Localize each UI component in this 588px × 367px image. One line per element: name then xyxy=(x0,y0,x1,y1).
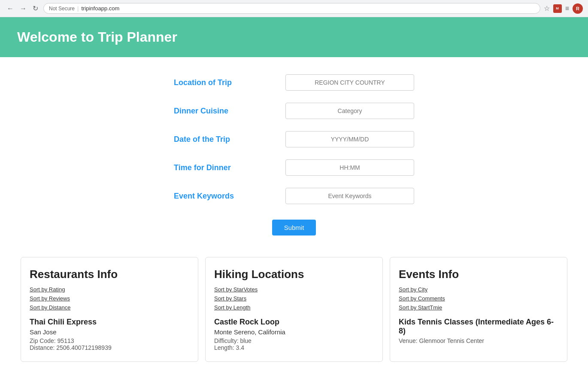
sort-by-rating-link[interactable]: Sort by Rating xyxy=(30,286,189,293)
location-label: Location of Trip xyxy=(174,78,260,87)
time-row: Time for Dinner xyxy=(174,159,414,176)
sort-by-stars-link[interactable]: Sort by Stars xyxy=(214,295,374,302)
date-label: Date of the Trip xyxy=(174,135,260,144)
form-section: Location of Trip Dinner Cuisine Date of … xyxy=(0,57,588,248)
cards-section: Restaurants Info Sort by Rating Sort by … xyxy=(0,248,588,367)
keywords-input[interactable] xyxy=(285,188,414,204)
browser-actions: ☆ M ≡ R xyxy=(544,3,583,14)
time-label: Time for Dinner xyxy=(174,163,260,172)
date-row: Date of the Trip xyxy=(174,131,414,147)
events-title: Events Info xyxy=(399,268,558,281)
events-card: Events Info Sort by City Sort by Comment… xyxy=(390,257,567,362)
sort-by-reviews-link[interactable]: Sort by Reviews xyxy=(30,295,189,302)
event-venue-value: Glenmoor Tennis Center xyxy=(419,337,484,344)
location-input[interactable] xyxy=(285,74,414,91)
hike-difficulty: Difficulty: blue xyxy=(214,337,374,344)
time-input[interactable] xyxy=(285,159,414,176)
sort-by-city-link[interactable]: Sort by City xyxy=(399,286,558,293)
keywords-row: Event Keywords xyxy=(174,188,414,204)
hike-city: Monte Sereno, California xyxy=(214,328,374,336)
submit-button[interactable]: Submit xyxy=(272,220,316,235)
sort-by-starvotes-link[interactable]: Sort by StarVotes xyxy=(214,286,374,293)
page-title: Welcome to Trip Planner xyxy=(17,29,571,45)
sort-by-comments-link[interactable]: Sort by Comments xyxy=(399,295,558,302)
forward-button[interactable]: → xyxy=(18,3,28,13)
bookmark-icon[interactable]: ☆ xyxy=(544,4,550,12)
event-name: Kids Tennis Classes (Intermediate Ages 6… xyxy=(399,318,558,336)
sort-by-starttmie-link[interactable]: Sort by StartTmie xyxy=(399,304,558,311)
sort-by-distance-link[interactable]: Sort by Distance xyxy=(30,304,189,311)
avatar: R xyxy=(573,3,583,14)
back-button[interactable]: ← xyxy=(5,3,15,13)
sort-by-length-link[interactable]: Sort by Length xyxy=(214,304,374,311)
mcafee-icon: M xyxy=(553,4,562,13)
reload-button[interactable]: ↻ xyxy=(31,3,40,13)
events-sort-links: Sort by City Sort by Comments Sort by St… xyxy=(399,286,558,311)
browser-chrome: ← → ↻ Not Secure | tripinfoapp.com ☆ M ≡… xyxy=(0,0,588,17)
restaurants-title: Restaurants Info xyxy=(30,268,189,281)
browser-navigation[interactable]: ← → ↻ xyxy=(5,3,40,13)
cuisine-input[interactable] xyxy=(285,103,414,119)
hiking-card: Hiking Locations Sort by StarVotes Sort … xyxy=(205,257,383,362)
hike-name: Castle Rock Loop xyxy=(214,318,374,327)
restaurant-zip: Zip Code: 95113 xyxy=(30,337,189,344)
hiking-title: Hiking Locations xyxy=(214,268,374,281)
address-bar[interactable]: Not Secure | tripinfoapp.com xyxy=(43,3,540,14)
restaurants-sort-links: Sort by Rating Sort by Reviews Sort by D… xyxy=(30,286,189,311)
cuisine-label: Dinner Cuisine xyxy=(174,107,260,116)
cuisine-row: Dinner Cuisine xyxy=(174,103,414,119)
restaurant-distance: Distance: 2506.400712198939 xyxy=(30,344,189,351)
not-secure-label: Not Secure xyxy=(49,6,75,12)
event-venue-label: Venue: xyxy=(399,337,418,344)
site-header: Welcome to Trip Planner xyxy=(0,17,588,57)
date-input[interactable] xyxy=(285,131,414,147)
menu-icon[interactable]: ≡ xyxy=(565,5,569,12)
restaurant-city: San Jose xyxy=(30,328,189,336)
keywords-label: Event Keywords xyxy=(174,192,260,201)
event-venue: Venue: Glenmoor Tennis Center xyxy=(399,337,558,344)
hiking-sort-links: Sort by StarVotes Sort by Stars Sort by … xyxy=(214,286,374,311)
url-text: tripinfoapp.com xyxy=(81,5,119,12)
restaurants-card: Restaurants Info Sort by Rating Sort by … xyxy=(21,257,198,362)
hike-length: Length: 3.4 xyxy=(214,344,374,351)
location-row: Location of Trip xyxy=(174,74,414,91)
restaurant-name: Thai Chili Express xyxy=(30,318,189,327)
